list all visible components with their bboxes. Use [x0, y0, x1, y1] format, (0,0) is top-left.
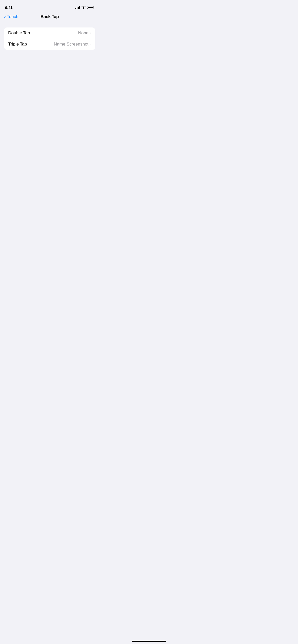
back-button[interactable]: ‹ Touch	[4, 14, 18, 19]
status-time: 9:41	[5, 5, 12, 10]
double-tap-label: Double Tap	[8, 31, 30, 36]
double-tap-value: None	[78, 31, 89, 36]
wifi-icon	[82, 6, 86, 9]
triple-tap-row[interactable]: Triple Tap Name Screenshot ›	[4, 39, 95, 50]
battery-icon	[87, 6, 94, 9]
content: Double Tap None › Triple Tap Name Screen…	[0, 22, 99, 50]
battery-fill	[88, 7, 93, 8]
signal-icon	[75, 6, 80, 9]
settings-group: Double Tap None › Triple Tap Name Screen…	[4, 27, 95, 50]
nav-title: Back Tap	[40, 14, 59, 19]
battery-body	[87, 6, 93, 9]
battery-tip	[94, 7, 94, 8]
triple-tap-label: Triple Tap	[8, 42, 27, 47]
status-bar: 9:41	[0, 0, 99, 11]
double-tap-chevron-icon: ›	[90, 31, 91, 35]
signal-bar-3	[78, 7, 79, 9]
back-label: Touch	[7, 14, 18, 19]
double-tap-row[interactable]: Double Tap None ›	[4, 27, 95, 39]
triple-tap-right: Name Screenshot ›	[54, 42, 91, 47]
signal-bar-2	[77, 7, 77, 9]
triple-tap-chevron-icon: ›	[90, 42, 91, 46]
double-tap-right: None ›	[78, 31, 91, 36]
nav-header: ‹ Touch Back Tap	[0, 12, 99, 22]
status-icons	[75, 6, 94, 9]
triple-tap-value: Name Screenshot	[54, 42, 88, 47]
signal-bar-1	[75, 8, 76, 9]
back-chevron-icon: ‹	[4, 14, 6, 19]
signal-bar-4	[79, 6, 80, 9]
